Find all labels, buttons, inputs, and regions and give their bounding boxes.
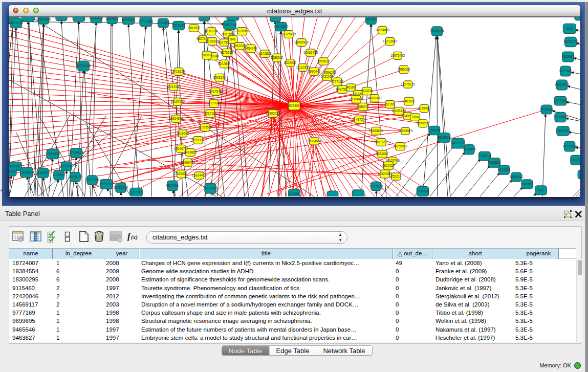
svg-text:1421012: 1421012 xyxy=(321,75,334,78)
svg-text:14099489: 14099489 xyxy=(181,161,195,164)
svg-text:(x): (x) xyxy=(131,234,138,240)
svg-text:16782759: 16782759 xyxy=(114,186,128,189)
svg-text:16033809: 16033809 xyxy=(197,17,212,18)
svg-text:10025438: 10025438 xyxy=(391,109,406,113)
svg-text:16848764: 16848764 xyxy=(430,29,445,33)
svg-text:38245: 38245 xyxy=(354,92,363,96)
svg-text:10107552: 10107552 xyxy=(170,100,185,103)
svg-text:12213967: 12213967 xyxy=(383,39,398,43)
svg-text:17359924: 17359924 xyxy=(69,151,84,155)
svg-text:7884: 7884 xyxy=(411,115,419,119)
svg-text:252214: 252214 xyxy=(390,174,402,178)
svg-text:3267110: 3267110 xyxy=(204,112,217,115)
svg-text:12213383: 12213383 xyxy=(166,85,181,89)
svg-text:9699695: 9699695 xyxy=(417,121,429,125)
svg-text:10807487: 10807487 xyxy=(367,96,382,100)
svg-text:2935114: 2935114 xyxy=(478,154,491,158)
svg-text:19654933: 19654933 xyxy=(169,117,184,120)
svg-text:7955812: 7955812 xyxy=(317,59,330,63)
svg-text:1990443: 1990443 xyxy=(308,70,321,73)
svg-text:11353594: 11353594 xyxy=(198,125,212,129)
svg-text:20053346: 20053346 xyxy=(76,64,91,68)
svg-text:3493822: 3493822 xyxy=(184,150,197,154)
svg-text:9857791: 9857791 xyxy=(166,184,179,187)
svg-text:12975115: 12975115 xyxy=(401,82,415,86)
svg-text:17016504: 17016504 xyxy=(562,144,577,148)
svg-text:19384554: 19384554 xyxy=(307,139,322,143)
svg-text:1615112: 1615112 xyxy=(382,164,395,167)
svg-text:126753: 126753 xyxy=(570,158,580,162)
svg-text:7485063: 7485063 xyxy=(398,68,410,71)
svg-text:3624514: 3624514 xyxy=(361,89,374,93)
svg-text:18807279: 18807279 xyxy=(374,140,389,144)
svg-text:9227342: 9227342 xyxy=(559,69,572,73)
svg-text:10426: 10426 xyxy=(290,192,299,195)
svg-text:15136141: 15136141 xyxy=(369,184,384,188)
svg-text:13654923: 13654923 xyxy=(398,129,413,133)
svg-text:9245652: 9245652 xyxy=(521,182,534,186)
svg-text:974: 974 xyxy=(538,188,544,192)
svg-text:9463627: 9463627 xyxy=(403,99,416,103)
svg-text:1244415: 1244415 xyxy=(554,99,567,102)
svg-text:90975887: 90975887 xyxy=(59,164,74,168)
svg-text:1527602: 1527602 xyxy=(106,17,119,20)
svg-text:98961: 98961 xyxy=(202,53,211,57)
svg-text:39129: 39129 xyxy=(9,169,16,173)
svg-text:46266: 46266 xyxy=(346,85,356,89)
svg-text:12342757: 12342757 xyxy=(36,171,51,174)
svg-text:23364436: 23364436 xyxy=(349,97,364,101)
svg-text:11156829: 11156829 xyxy=(19,170,34,174)
svg-text:16914479: 16914479 xyxy=(192,173,207,177)
svg-text:9777169: 9777169 xyxy=(331,80,344,83)
svg-text:6466160: 6466160 xyxy=(122,18,135,21)
svg-text:62166: 62166 xyxy=(385,102,395,106)
svg-text:1112: 1112 xyxy=(566,27,573,30)
svg-text:1145194: 1145194 xyxy=(53,173,66,177)
svg-text:9384067: 9384067 xyxy=(376,152,389,156)
svg-text:546: 546 xyxy=(230,37,236,41)
svg-text:15302023: 15302023 xyxy=(266,112,280,115)
svg-text:10961758: 10961758 xyxy=(303,51,318,54)
svg-text:10719185: 10719185 xyxy=(139,19,154,23)
svg-text:18724007: 18724007 xyxy=(287,104,302,107)
svg-text:7632621: 7632621 xyxy=(488,161,501,164)
svg-text:10654112: 10654112 xyxy=(509,175,524,179)
svg-text:9242848: 9242848 xyxy=(218,62,231,65)
svg-text:2987652: 2987652 xyxy=(365,17,378,21)
svg-text:15692971: 15692971 xyxy=(556,129,571,133)
svg-text:4872: 4872 xyxy=(356,118,363,121)
svg-text:8427542: 8427542 xyxy=(209,90,222,93)
svg-text:1916682: 1916682 xyxy=(177,132,189,135)
svg-text:8215958: 8215958 xyxy=(540,107,553,111)
svg-text:8186323: 8186323 xyxy=(206,39,219,43)
svg-text:16210643: 16210643 xyxy=(553,115,568,119)
svg-text:8938923: 8938923 xyxy=(438,136,451,139)
svg-text:2718129: 2718129 xyxy=(172,70,185,73)
svg-text:10958107: 10958107 xyxy=(99,182,114,186)
svg-text:10653267: 10653267 xyxy=(89,17,104,19)
svg-text:20691406: 20691406 xyxy=(36,17,51,21)
svg-text:5878332: 5878332 xyxy=(192,138,205,142)
svg-text:10688609: 10688609 xyxy=(369,129,384,133)
svg-text:10973493: 10973493 xyxy=(390,54,405,57)
svg-text:7515524: 7515524 xyxy=(172,24,185,27)
svg-text:8322037: 8322037 xyxy=(284,61,297,64)
svg-text:13325419: 13325419 xyxy=(281,32,296,36)
svg-text:7357274: 7357274 xyxy=(224,23,236,27)
svg-text:9115460: 9115460 xyxy=(418,106,431,110)
svg-text:14055714: 14055714 xyxy=(9,21,23,25)
svg-text:7663822: 7663822 xyxy=(188,26,201,30)
svg-text:8454749: 8454749 xyxy=(245,47,257,50)
svg-text:9329966: 9329966 xyxy=(562,55,575,58)
svg-text:7986372: 7986372 xyxy=(357,105,369,108)
svg-text:2903144: 2903144 xyxy=(213,76,226,79)
svg-text:9146821: 9146821 xyxy=(259,52,272,55)
svg-text:7625402: 7625402 xyxy=(175,172,188,176)
svg-text:18640910: 18640910 xyxy=(294,40,309,44)
svg-text:23226058: 23226058 xyxy=(235,29,250,33)
svg-text:20206536: 20206536 xyxy=(46,152,60,156)
svg-text:8160124: 8160124 xyxy=(205,29,218,33)
svg-text:12905135: 12905135 xyxy=(68,175,83,179)
svg-text:1671355: 1671355 xyxy=(157,21,170,25)
svg-text:164095: 164095 xyxy=(429,128,440,132)
